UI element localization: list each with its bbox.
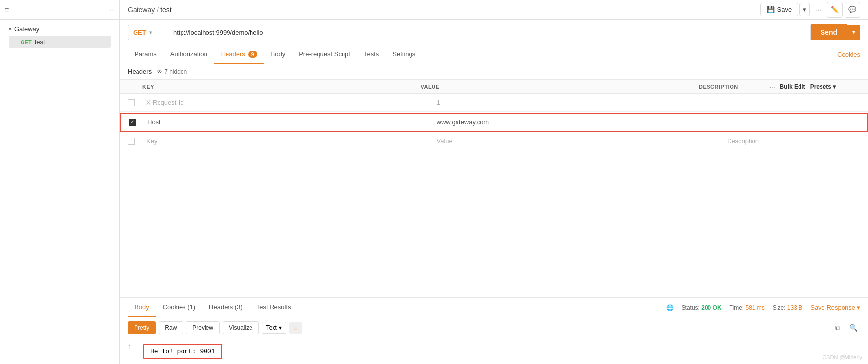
size-label: Size: 133 B <box>773 304 802 311</box>
breadcrumb-current: test <box>160 6 172 14</box>
row2-value[interactable]: www.gateway.com <box>433 115 723 129</box>
menu-icon[interactable]: ≡ <box>5 6 9 14</box>
sidebar-collection: ▾ Gateway GET test <box>0 20 119 53</box>
breadcrumb-separator: / <box>157 6 159 14</box>
globe-icon: 🌐 <box>666 304 674 311</box>
search-button[interactable]: 🔍 <box>846 321 860 335</box>
row1-key[interactable]: X-Request-Id <box>142 96 433 109</box>
save-button[interactable]: 💾 Save <box>760 3 799 16</box>
text-format-select[interactable]: Text ▾ <box>262 322 286 334</box>
save-dropdown-button[interactable]: ▾ <box>799 3 810 16</box>
sidebar-dots[interactable]: ··· <box>110 6 114 13</box>
request-bar: GET ▾ Send ▾ <box>120 20 868 46</box>
save-response-label: Save Response <box>810 304 855 311</box>
table-row-selected: Host www.gateway.com <box>120 113 868 132</box>
response-text: Hello! port: 9001 <box>150 348 215 355</box>
request-item-test[interactable]: GET test <box>9 36 111 48</box>
collection-gateway[interactable]: ▾ Gateway <box>6 23 114 35</box>
response-tab-test-results[interactable]: Test Results <box>250 298 298 317</box>
table-row: X-Request-Id 1 <box>120 94 868 112</box>
save-icon: 💾 <box>767 6 775 13</box>
response-actions: ⧉ 🔍 <box>831 321 860 335</box>
comment-icon-button[interactable]: 💬 <box>845 2 860 18</box>
presets-button[interactable]: Presets ▾ <box>810 83 836 90</box>
collection-name: Gateway <box>14 25 39 33</box>
bulk-edit-button[interactable]: Bulk Edit <box>780 83 805 90</box>
desc-and-actions: DESCRIPTION ··· Bulk Edit Presets ▾ <box>699 83 836 91</box>
response-tab-body[interactable]: Body <box>128 298 156 317</box>
main-content: Headers 👁 7 hidden KEY VALUE DESCRIPTION… <box>120 64 868 364</box>
table-actions: ··· Bulk Edit Presets ▾ <box>769 83 836 91</box>
copy-button[interactable]: ⧉ <box>831 321 845 335</box>
cookies-link[interactable]: Cookies <box>837 51 860 58</box>
filter-button[interactable]: ≡ <box>289 322 302 334</box>
row1-desc[interactable] <box>723 100 860 106</box>
response-tab-cookies[interactable]: Cookies (1) <box>156 298 202 317</box>
hidden-count-badge: 👁 7 hidden <box>157 68 187 75</box>
status-label: Status: 200 OK <box>682 304 722 311</box>
time-label: Time: 581 ms <box>730 304 765 311</box>
topbar-more-button[interactable]: ··· <box>812 3 825 16</box>
table-row-placeholder: Key Value Description <box>120 133 868 150</box>
view-preview-button[interactable]: Preview <box>186 321 220 334</box>
method-badge: GET <box>21 39 32 45</box>
row3-checkbox[interactable] <box>128 138 135 145</box>
filter-icon: ≡ <box>294 324 297 332</box>
response-section: Body Cookies (1) Headers (3) Test Result… <box>120 297 868 364</box>
tab-body[interactable]: Body <box>264 46 293 64</box>
value-column-header: VALUE <box>421 84 699 90</box>
watermark: CSDN @Miderly <box>822 354 862 360</box>
response-tab-headers[interactable]: Headers (3) <box>202 298 250 317</box>
url-input[interactable] <box>167 25 811 40</box>
response-toolbar: Pretty Raw Preview Visualize Text ▾ ≡ ⧉ … <box>120 317 868 339</box>
table-header: KEY VALUE DESCRIPTION ··· Bulk Edit Pres… <box>120 80 868 94</box>
eye-icon: 👁 <box>157 68 162 75</box>
view-visualize-button[interactable]: Visualize <box>223 321 259 334</box>
presets-dropdown-icon: ▾ <box>833 83 836 90</box>
text-format-dropdown-icon: ▾ <box>279 324 282 331</box>
topbar: Gateway / test 💾 Save ▾ ··· ✏️ 💬 <box>120 0 868 20</box>
row1-checkbox[interactable] <box>128 99 135 106</box>
response-code-area: 1 Hello! port: 9001 <box>120 339 868 364</box>
sidebar-top: ≡ ··· <box>0 0 119 20</box>
headers-label: Headers <box>128 68 152 75</box>
row2-desc[interactable] <box>722 119 859 125</box>
row2-checkbox[interactable] <box>129 119 136 126</box>
status-value: 200 OK <box>701 304 721 311</box>
breadcrumb: Gateway / test <box>128 6 756 14</box>
main-panel: Gateway / test 💾 Save ▾ ··· ✏️ 💬 GET ▾ S… <box>120 0 868 364</box>
tab-pre-request-script[interactable]: Pre-request Script <box>292 46 357 64</box>
row1-value[interactable]: 1 <box>433 96 724 109</box>
row3-value[interactable]: Value <box>433 135 724 148</box>
line-number: 1 <box>128 344 136 359</box>
tab-settings[interactable]: Settings <box>386 46 422 64</box>
method-select[interactable]: GET ▾ <box>128 25 167 40</box>
description-column-header: DESCRIPTION <box>699 84 738 90</box>
text-format-label: Text <box>266 324 277 331</box>
edit-icon-button[interactable]: ✏️ <box>827 2 843 18</box>
breadcrumb-parent[interactable]: Gateway <box>128 6 155 14</box>
key-column-header: KEY <box>142 84 421 90</box>
headers-badge: 9 <box>248 51 257 58</box>
method-label: GET <box>133 29 146 36</box>
row2-key[interactable]: Host <box>143 115 433 129</box>
request-name: test <box>35 38 45 46</box>
hidden-count: 7 hidden <box>164 68 187 75</box>
table-dots[interactable]: ··· <box>769 83 775 91</box>
row3-desc[interactable]: Description <box>723 135 860 148</box>
save-response-button[interactable]: Save Response ▾ <box>810 304 860 311</box>
tab-tests[interactable]: Tests <box>357 46 386 64</box>
tab-authorization[interactable]: Authorization <box>163 46 214 64</box>
send-button[interactable]: Send <box>811 24 847 40</box>
tab-headers[interactable]: Headers 9 <box>214 46 264 64</box>
row3-key[interactable]: Key <box>142 135 433 148</box>
topbar-actions: 💾 Save ▾ ··· ✏️ 💬 <box>760 2 860 18</box>
save-label: Save <box>777 6 792 13</box>
send-button-group: Send ▾ <box>811 24 860 40</box>
time-value: 581 ms <box>745 304 764 311</box>
tab-params[interactable]: Params <box>128 46 163 64</box>
view-pretty-button[interactable]: Pretty <box>128 321 156 334</box>
method-dropdown-icon: ▾ <box>149 30 152 35</box>
send-dropdown-button[interactable]: ▾ <box>847 25 860 40</box>
view-raw-button[interactable]: Raw <box>159 321 183 334</box>
